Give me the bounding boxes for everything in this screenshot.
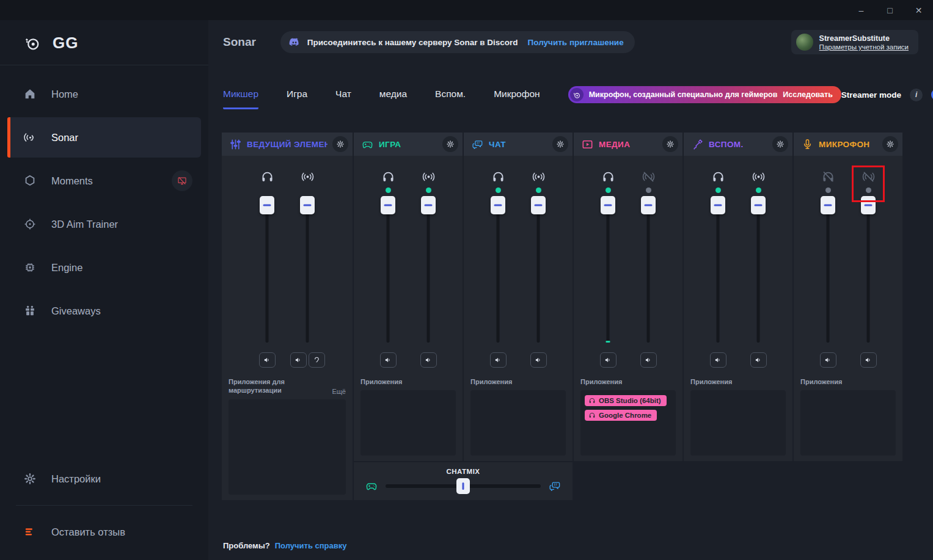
slider-handle[interactable] xyxy=(260,196,274,214)
account-settings-link[interactable]: Параметры учетной записи xyxy=(819,43,909,51)
slider-handle[interactable] xyxy=(531,196,546,214)
speaker-icon xyxy=(604,355,613,365)
channel-settings-button[interactable] xyxy=(662,136,678,152)
speaker-icon xyxy=(384,355,393,365)
speaker-button[interactable] xyxy=(290,352,307,368)
channel-body: Приложения xyxy=(794,156,902,461)
channel-settings-button[interactable] xyxy=(442,136,458,152)
get-help-link[interactable]: Получить справку xyxy=(275,541,347,550)
gear-icon xyxy=(556,140,565,148)
app-chip[interactable]: Google Chrome xyxy=(585,410,657,421)
gamepad-icon xyxy=(365,479,378,493)
slider-handle[interactable] xyxy=(641,196,656,214)
volume-slider[interactable] xyxy=(861,196,876,343)
discord-invite-link[interactable]: Получить приглашение xyxy=(528,38,624,47)
promo-explore-button[interactable]: Исследовать xyxy=(783,90,832,99)
speaker-button[interactable] xyxy=(750,352,767,368)
steelseries-icon xyxy=(573,89,581,100)
account-card[interactable]: StreamerSubstitute Параметры учетной зап… xyxy=(791,30,918,54)
slider-handle[interactable] xyxy=(300,196,315,214)
tab-чат[interactable]: Чат xyxy=(335,89,351,109)
channel-header: ЧАТ xyxy=(464,133,573,156)
broadcast-icon xyxy=(301,170,315,184)
channel-settings-button[interactable] xyxy=(332,136,348,152)
speaker-button[interactable] xyxy=(530,352,547,368)
slider-handle[interactable] xyxy=(491,196,505,214)
slider-handle[interactable] xyxy=(821,196,835,214)
speaker-button[interactable] xyxy=(640,352,657,368)
sidebar-item-feedback[interactable]: Оставить отзыв xyxy=(7,512,201,552)
speaker-button[interactable] xyxy=(259,352,276,368)
status-dot xyxy=(866,187,871,193)
volume-slider[interactable] xyxy=(381,196,395,343)
volume-slider[interactable] xyxy=(421,196,436,343)
sidebar-item-sonar[interactable]: Sonar xyxy=(7,117,201,158)
mixer-icon xyxy=(229,138,242,151)
sidebar-item-home[interactable]: Home xyxy=(7,74,201,114)
channel-settings-button[interactable] xyxy=(552,136,568,152)
volume-slider[interactable] xyxy=(491,196,505,343)
slider-handle[interactable] xyxy=(381,196,395,214)
channel-body: Приложения xyxy=(464,156,573,461)
volume-slider[interactable] xyxy=(300,196,315,343)
slider-handle[interactable] xyxy=(751,196,766,214)
volume-slider[interactable] xyxy=(260,196,274,343)
volume-slider[interactable] xyxy=(601,196,615,343)
volume-slider[interactable] xyxy=(751,196,766,343)
more-link[interactable]: Ещё xyxy=(332,388,346,395)
slider-handle[interactable] xyxy=(601,196,615,214)
volume-slider[interactable] xyxy=(531,196,546,343)
app-chip[interactable]: OBS Studio (64bit) xyxy=(585,395,667,406)
window-maximize-button[interactable]: □ xyxy=(876,0,904,20)
window-minimize-button[interactable]: – xyxy=(847,0,876,20)
slider-handle[interactable] xyxy=(421,196,436,214)
speaker-button[interactable] xyxy=(490,352,507,368)
volume-slider[interactable] xyxy=(821,196,835,343)
apps-list[interactable] xyxy=(470,390,566,456)
tab-микшер[interactable]: Микшер xyxy=(223,89,258,109)
fader-game-stream xyxy=(414,169,443,368)
speaker-button[interactable] xyxy=(820,352,836,368)
speaker-button[interactable] xyxy=(860,352,877,368)
chatmix-handle[interactable] xyxy=(456,478,470,494)
window-close-button[interactable]: ✕ xyxy=(904,0,933,20)
slider-handle[interactable] xyxy=(711,196,725,214)
speaker-button[interactable] xyxy=(600,352,617,368)
sidebar-item-settings[interactable]: Настройки xyxy=(7,459,201,499)
apps-list[interactable] xyxy=(800,390,896,456)
volume-slider[interactable] xyxy=(711,196,725,343)
tab-вспом.[interactable]: Вспом. xyxy=(435,89,466,109)
info-icon[interactable]: i xyxy=(910,89,923,101)
chatmix-slider[interactable] xyxy=(386,484,541,488)
apps-label: Приложения xyxy=(800,377,842,386)
speaker-button[interactable] xyxy=(380,352,397,368)
sidebar-item-label: Giveaways xyxy=(51,305,101,317)
apps-list[interactable] xyxy=(229,399,346,495)
tab-медиа[interactable]: медиа xyxy=(379,89,407,109)
channel-settings-button[interactable] xyxy=(772,136,788,152)
sidebar-item-3d-aim-trainer[interactable]: 3D Aim Trainer xyxy=(7,204,201,244)
speaker-button[interactable] xyxy=(710,352,726,368)
status-dot xyxy=(536,187,541,193)
mic-promo-banner[interactable]: Микрофон, созданный специально для гейме… xyxy=(568,86,841,103)
apps-list[interactable] xyxy=(690,390,786,456)
tab-игра[interactable]: Игра xyxy=(287,89,307,109)
apps-list[interactable]: OBS Studio (64bit)Google Chrome xyxy=(580,390,676,456)
chat-icon xyxy=(548,479,562,493)
speaker-button[interactable] xyxy=(420,352,437,368)
sidebar-item-engine[interactable]: Engine xyxy=(7,247,201,288)
channel-title: ВЕДУЩИЙ ЭЛЕМЕНТ xyxy=(247,140,327,149)
sidebar-item-giveaways[interactable]: Giveaways xyxy=(7,291,201,331)
sidebar-item-moments[interactable]: Moments xyxy=(7,161,201,201)
speaker-icon xyxy=(714,355,723,365)
moments-disabled-badge[interactable] xyxy=(172,170,192,191)
channel-settings-button[interactable] xyxy=(882,136,898,152)
apps-list[interactable] xyxy=(360,390,456,456)
fader-media-stream xyxy=(634,169,663,368)
status-dot xyxy=(715,187,721,193)
tab-микрофон[interactable]: Микрофон xyxy=(494,89,540,109)
status-dot xyxy=(496,187,501,193)
ear-button[interactable] xyxy=(309,352,325,368)
slider-handle[interactable] xyxy=(861,196,876,214)
volume-slider[interactable] xyxy=(641,196,656,343)
